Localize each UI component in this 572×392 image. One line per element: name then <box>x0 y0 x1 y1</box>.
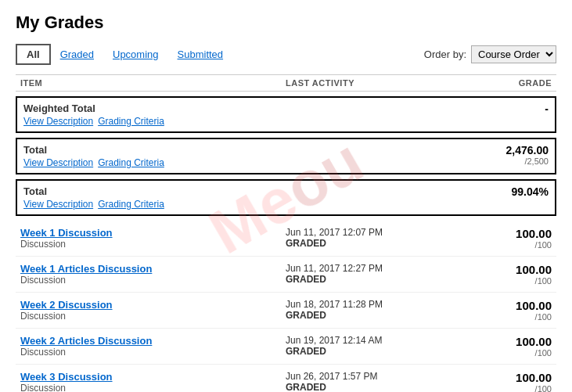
row-activity: Jun 18, 2017 11:28 PM GRADED <box>286 299 442 321</box>
row-activity-date: Jun 11, 2017 12:27 PM <box>286 263 442 274</box>
total-points-grade: 2,476.00 <box>439 144 549 156</box>
filter-all-button[interactable]: All <box>16 44 51 65</box>
total-points-info: Total View Description Grading Criteria <box>23 144 282 168</box>
row-activity-date: Jun 26, 2017 1:57 PM <box>286 371 442 382</box>
row-item-info: Week 2 Discussion Discussion <box>20 299 286 322</box>
row-item-type: Discussion <box>20 239 286 250</box>
weighted-total-title: Weighted Total <box>23 102 282 114</box>
total-points-grade-container: 2,476.00 /2,500 <box>439 144 549 166</box>
total-points-grade-sub: /2,500 <box>439 156 549 166</box>
row-activity-status: GRADED <box>286 274 442 285</box>
filter-submitted-button[interactable]: Submitted <box>168 45 233 63</box>
row-grade-sub: /100 <box>442 348 552 358</box>
total-percent-grading-criteria-link[interactable]: Grading Criteria <box>98 199 164 210</box>
table-row: Week 2 Articles Discussion Discussion Ju… <box>16 329 556 365</box>
total-percent-grade: 99.04% <box>439 185 549 198</box>
filter-graded-button[interactable]: Graded <box>51 45 103 63</box>
total-points-grading-criteria-link[interactable]: Grading Criteria <box>98 157 164 168</box>
row-grade: 100.00 <box>442 227 552 240</box>
row-activity-date: Jun 11, 2017 12:07 PM <box>286 227 442 238</box>
order-by-container: Order by: Course Order Date Grade <box>424 45 556 63</box>
row-grade-sub: /100 <box>442 384 552 392</box>
weighted-total-grading-criteria-link[interactable]: Grading Criteria <box>98 116 164 127</box>
row-item-info: Week 1 Discussion Discussion <box>20 227 286 250</box>
col-item: ITEM <box>20 78 286 88</box>
total-percent-title: Total <box>23 185 282 197</box>
data-rows-container: Week 1 Discussion Discussion Jun 11, 201… <box>16 221 556 392</box>
row-item-info: Week 2 Articles Discussion Discussion <box>20 335 286 358</box>
row-grade: 100.00 <box>442 263 552 276</box>
total-percent-info: Total View Description Grading Criteria <box>23 185 282 210</box>
row-activity: Jun 11, 2017 12:07 PM GRADED <box>286 227 442 249</box>
row-grade: 100.00 <box>442 371 552 384</box>
table-row: Week 2 Discussion Discussion Jun 18, 201… <box>16 293 556 329</box>
row-grade: 100.00 <box>442 299 552 312</box>
row-grade: 100.00 <box>442 335 552 348</box>
row-title-link[interactable]: Week 3 Discussion <box>20 371 113 383</box>
row-item-type: Discussion <box>20 311 286 322</box>
row-activity: Jun 19, 2017 12:14 AM GRADED <box>286 335 442 357</box>
total-percent-view-desc-link[interactable]: View Description <box>23 199 93 210</box>
total-percent-grade-container: 99.04% <box>439 185 549 198</box>
table-row: Week 1 Articles Discussion Discussion Ju… <box>16 257 556 293</box>
row-grade-sub: /100 <box>442 312 552 322</box>
row-title-link[interactable]: Week 2 Discussion <box>20 299 113 311</box>
row-activity-status: GRADED <box>286 310 442 321</box>
row-activity-date: Jun 19, 2017 12:14 AM <box>286 335 442 346</box>
table-row: Week 1 Discussion Discussion Jun 11, 201… <box>16 221 556 257</box>
order-by-select[interactable]: Course Order Date Grade <box>471 45 556 63</box>
row-title-link[interactable]: Week 1 Articles Discussion <box>20 263 152 275</box>
row-activity-status: GRADED <box>286 238 442 249</box>
summary-row-weighted-total: Weighted Total View Description Grading … <box>16 96 556 133</box>
row-item-type: Discussion <box>20 347 286 358</box>
page-title: My Grades <box>16 13 556 33</box>
col-grade: GRADE <box>442 78 552 88</box>
row-item-type: Discussion <box>20 383 286 392</box>
row-activity-date: Jun 18, 2017 11:28 PM <box>286 299 442 310</box>
weighted-total-view-desc-link[interactable]: View Description <box>23 116 93 127</box>
row-grade-container: 100.00 /100 <box>442 227 552 250</box>
row-grade-container: 100.00 /100 <box>442 263 552 286</box>
filter-bar: All Graded Upcoming Submitted Order by: … <box>16 44 556 65</box>
table-row: Week 3 Discussion Discussion Jun 26, 201… <box>16 365 556 392</box>
col-last-activity: LAST ACTIVITY <box>286 78 442 88</box>
row-item-info: Week 1 Articles Discussion Discussion <box>20 263 286 286</box>
weighted-total-info: Weighted Total View Description Grading … <box>23 102 282 127</box>
row-grade-sub: /100 <box>442 240 552 250</box>
row-item-info: Week 3 Discussion Discussion <box>20 371 286 392</box>
row-item-type: Discussion <box>20 275 286 286</box>
weighted-total-grade-container: - <box>439 102 549 115</box>
row-activity-status: GRADED <box>286 346 442 357</box>
row-activity-status: GRADED <box>286 382 442 392</box>
summary-row-total-points: Total View Description Grading Criteria … <box>16 138 556 174</box>
row-grade-container: 100.00 /100 <box>442 335 552 358</box>
row-grade-container: 100.00 /100 <box>442 299 552 322</box>
filter-upcoming-button[interactable]: Upcoming <box>103 45 168 63</box>
weighted-total-grade: - <box>439 102 549 115</box>
row-title-link[interactable]: Week 2 Articles Discussion <box>20 335 152 347</box>
total-points-view-desc-link[interactable]: View Description <box>23 157 93 168</box>
row-grade-container: 100.00 /100 <box>442 371 552 392</box>
summary-row-total-percent: Total View Description Grading Criteria … <box>16 179 556 216</box>
row-activity: Jun 26, 2017 1:57 PM GRADED <box>286 371 442 392</box>
row-title-link[interactable]: Week 1 Discussion <box>20 227 113 239</box>
order-by-label: Order by: <box>424 49 466 60</box>
table-header: ITEM LAST ACTIVITY GRADE <box>16 74 556 92</box>
total-points-title: Total <box>23 144 282 156</box>
row-grade-sub: /100 <box>442 276 552 286</box>
row-activity: Jun 11, 2017 12:27 PM GRADED <box>286 263 442 285</box>
